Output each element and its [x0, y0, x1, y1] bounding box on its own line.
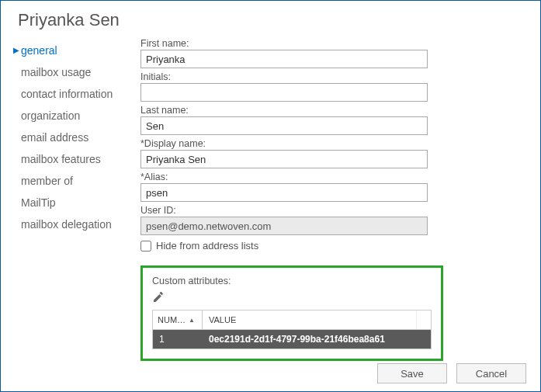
last-name-input[interactable]	[140, 116, 428, 135]
sidebar-item-email-address[interactable]: ▶ email address	[10, 127, 140, 148]
main-panel: First name: Initials: Last name: *Displa…	[140, 38, 540, 361]
sidebar-item-mailbox-usage[interactable]: ▶ mailbox usage	[10, 61, 140, 83]
sidebar-item-organization[interactable]: ▶ organization	[10, 105, 140, 127]
attr-row-num: 1	[153, 330, 203, 349]
sidebar-item-label: general	[21, 42, 57, 59]
sidebar-item-member-of[interactable]: ▶ member of	[10, 170, 140, 192]
column-header-num[interactable]: NUM… ▲	[153, 310, 203, 329]
alias-label: *Alias:	[140, 172, 517, 182]
cancel-button[interactable]: Cancel	[456, 363, 526, 383]
sidebar-item-label: mailbox features	[21, 151, 101, 168]
custom-attributes-table: NUM… ▲ VALUE 1 0ec2191d-2d1f-4797-99ba-2…	[152, 310, 432, 349]
first-name-input[interactable]	[140, 50, 428, 68]
sidebar-item-general[interactable]: ▶ general	[10, 40, 140, 61]
initials-input[interactable]	[140, 83, 428, 102]
hide-from-lists-checkbox[interactable]	[140, 241, 151, 252]
sidebar-item-label: mailbox delegation	[21, 216, 112, 233]
last-name-label: Last name:	[140, 105, 517, 116]
initials-label: Initials:	[140, 71, 517, 82]
sidebar: ▶ general ▶ mailbox usage ▶ contact info…	[10, 38, 140, 361]
sidebar-item-label: email address	[21, 129, 88, 146]
sidebar-item-label: contact information	[21, 85, 113, 102]
sidebar-item-label: MailTip	[21, 194, 56, 211]
custom-attributes-label: Custom attributes:	[152, 276, 432, 286]
caret-icon: ▶	[13, 42, 21, 59]
sidebar-item-label: organization	[21, 107, 80, 124]
alias-input[interactable]	[140, 183, 428, 202]
sidebar-item-label: mailbox usage	[21, 64, 91, 81]
column-header-value[interactable]: VALUE	[203, 310, 417, 329]
user-id-input	[140, 217, 428, 235]
user-id-label: User ID:	[140, 205, 517, 216]
first-name-label: First name:	[140, 38, 517, 49]
hide-from-lists-label: Hide from address lists	[156, 240, 258, 252]
display-name-input[interactable]	[140, 150, 428, 168]
sidebar-item-label: member of	[21, 172, 73, 189]
sidebar-item-mailtip[interactable]: ▶ MailTip	[10, 192, 140, 213]
table-row[interactable]: 1 0ec2191d-2d1f-4797-99ba-21f46bea8a61	[153, 330, 431, 349]
attr-row-value: 0ec2191d-2d1f-4797-99ba-21f46bea8a61	[203, 330, 431, 349]
sidebar-item-mailbox-delegation[interactable]: ▶ mailbox delegation	[10, 213, 140, 235]
sort-asc-icon: ▲	[189, 317, 195, 324]
page-title: Priyanka Sen	[1, 1, 540, 38]
custom-attributes-section: Custom attributes: NUM… ▲ VALUE 1 0ec219…	[140, 265, 443, 361]
sidebar-item-mailbox-features[interactable]: ▶ mailbox features	[10, 148, 140, 170]
sidebar-item-contact-information[interactable]: ▶ contact information	[10, 83, 140, 105]
display-name-label: *Display name:	[140, 138, 517, 149]
edit-icon[interactable]	[152, 291, 165, 304]
column-spacer	[417, 310, 431, 329]
save-button[interactable]: Save	[377, 363, 447, 383]
